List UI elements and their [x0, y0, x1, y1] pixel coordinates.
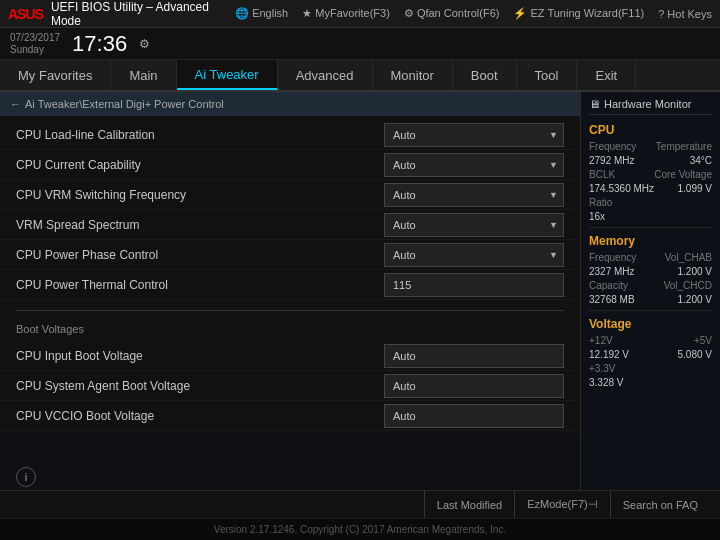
- cpu-input-boot-input[interactable]: [384, 344, 564, 368]
- setting-cpu-vccio-boot: CPU VCCIO Boot Voltage: [0, 401, 580, 431]
- hw-divider-1: [589, 227, 712, 228]
- hw-mem-capacity-row: Capacity Vol_CHCD: [589, 280, 712, 291]
- hw-cpu-freq-value: 2792 MHz: [589, 155, 635, 166]
- hw-v12-val-row: 12.192 V 5.080 V: [589, 349, 712, 360]
- footer-text: Version 2.17.1246. Copyright (C) 2017 Am…: [214, 524, 506, 535]
- hw-v33-value: 3.328 V: [589, 377, 623, 388]
- main-navigation: My Favorites Main Ai Tweaker Advanced Mo…: [0, 60, 720, 92]
- hw-cpu-temp-label: Temperature: [656, 141, 712, 152]
- hw-cpu-title: CPU: [589, 123, 712, 137]
- cpu-power-phase-label: CPU Power Phase Control: [16, 248, 384, 262]
- cpu-power-thermal-label: CPU Power Thermal Control: [16, 278, 384, 292]
- nav-exit[interactable]: Exit: [577, 60, 636, 90]
- setting-cpu-system-agent-boot: CPU System Agent Boot Voltage: [0, 371, 580, 401]
- monitor-icon: 🖥: [589, 98, 600, 110]
- footer: Version 2.17.1246. Copyright (C) 2017 Am…: [0, 518, 720, 540]
- hw-v33-label: +3.3V: [589, 363, 615, 374]
- cpu-vccio-boot-input[interactable]: [384, 404, 564, 428]
- hw-divider-2: [589, 310, 712, 311]
- settings-gear-icon[interactable]: ⚙: [139, 37, 150, 51]
- bottom-info-area: i: [0, 435, 580, 490]
- hw-v5-value: 5.080 V: [678, 349, 712, 360]
- content-area: ← Ai Tweaker\External Digi+ Power Contro…: [0, 92, 720, 490]
- hw-mem-capacity-val-row: 32768 MB 1.200 V: [589, 294, 712, 305]
- cpu-vrm-switching-label: CPU VRM Switching Frequency: [16, 188, 384, 202]
- hardware-monitor-panel: 🖥 Hardware Monitor CPU Frequency Tempera…: [580, 92, 720, 490]
- setting-cpu-power-phase: CPU Power Phase Control Auto: [0, 240, 580, 270]
- section-divider-1: [16, 310, 564, 311]
- nav-advanced[interactable]: Advanced: [278, 60, 373, 90]
- nav-main[interactable]: Main: [111, 60, 176, 90]
- search-faq-btn[interactable]: Search on FAQ: [610, 491, 710, 518]
- bottom-status-bar: Last Modified EzMode(F7)⊣ Search on FAQ: [0, 490, 720, 518]
- hot-keys-btn[interactable]: ? Hot Keys: [658, 8, 712, 20]
- ez-mode-btn[interactable]: EzMode(F7)⊣: [514, 491, 610, 518]
- cpu-input-boot-label: CPU Input Boot Voltage: [16, 349, 384, 363]
- setting-vrm-spread: VRM Spread Spectrum Auto: [0, 210, 580, 240]
- nav-my-favorites[interactable]: My Favorites: [0, 60, 111, 90]
- vrm-spread-label: VRM Spread Spectrum: [16, 218, 384, 232]
- cpu-power-thermal-input[interactable]: [384, 273, 564, 297]
- language-selector[interactable]: 🌐 🌐 EnglishEnglish: [235, 7, 288, 20]
- cpu-load-line-select[interactable]: Auto: [384, 123, 564, 147]
- cpu-power-phase-select[interactable]: Auto: [384, 243, 564, 267]
- bios-title: UEFI BIOS Utility – Advanced Mode: [51, 0, 235, 28]
- hw-v12-label: +12V: [589, 335, 613, 346]
- last-modified-btn[interactable]: Last Modified: [424, 491, 514, 518]
- breadcrumb-arrow-icon[interactable]: ←: [10, 98, 21, 110]
- hw-cpu-freq-row: Frequency Temperature: [589, 141, 712, 152]
- nav-ai-tweaker[interactable]: Ai Tweaker: [177, 60, 278, 90]
- hw-core-voltage-value: 1.099 V: [678, 183, 712, 194]
- cpu-current-capability-label: CPU Current Capability: [16, 158, 384, 172]
- hw-mem-freq-val-row: 2327 MHz 1.200 V: [589, 266, 712, 277]
- setting-cpu-input-boot: CPU Input Boot Voltage: [0, 341, 580, 371]
- breadcrumb-text: Ai Tweaker\External Digi+ Power Control: [25, 98, 224, 110]
- vrm-spread-control[interactable]: Auto: [384, 213, 564, 237]
- hw-bclk-value: 174.5360 MHz: [589, 183, 654, 194]
- hw-core-voltage-label: Core Voltage: [654, 169, 712, 180]
- cpu-vrm-switching-select[interactable]: Auto: [384, 183, 564, 207]
- day-value: Sunday: [10, 44, 60, 56]
- cpu-power-phase-control[interactable]: Auto: [384, 243, 564, 267]
- asus-logo: ASUS: [8, 6, 43, 22]
- hw-mem-freq-label: Frequency: [589, 252, 636, 263]
- hw-cpu-ratio-row: Ratio: [589, 197, 712, 208]
- nav-monitor[interactable]: Monitor: [373, 60, 453, 90]
- setting-cpu-vrm-switching: CPU VRM Switching Frequency Auto: [0, 180, 580, 210]
- nav-tool[interactable]: Tool: [517, 60, 578, 90]
- cpu-load-line-control[interactable]: Auto: [384, 123, 564, 147]
- hw-cpu-bclk-val-row: 174.5360 MHz 1.099 V: [589, 183, 712, 194]
- hw-v33-val-row: 3.328 V: [589, 377, 712, 388]
- hw-v12-row: +12V +5V: [589, 335, 712, 346]
- header-bar: ASUS UEFI BIOS Utility – Advanced Mode 🌐…: [0, 0, 720, 28]
- hw-capacity-label: Capacity: [589, 280, 628, 291]
- date-display: 07/23/2017 Sunday: [10, 32, 60, 56]
- top-bar-utilities: 🌐 🌐 EnglishEnglish ★ MyFavorite(F3) ⚙ Qf…: [235, 7, 712, 20]
- hw-cpu-temp-value: 34°C: [690, 155, 712, 166]
- hw-monitor-title: Hardware Monitor: [604, 98, 691, 110]
- cpu-current-capability-control[interactable]: Auto: [384, 153, 564, 177]
- cpu-vrm-switching-control[interactable]: Auto: [384, 183, 564, 207]
- qfan-control-btn[interactable]: ⚙ Qfan Control(F6): [404, 7, 500, 20]
- hw-ratio-label: Ratio: [589, 197, 612, 208]
- hw-capacity-value: 32768 MB: [589, 294, 635, 305]
- hw-cpu-ratio-val-row: 16x: [589, 211, 712, 222]
- vrm-spread-select[interactable]: Auto: [384, 213, 564, 237]
- nav-boot[interactable]: Boot: [453, 60, 517, 90]
- hw-v12-value: 12.192 V: [589, 349, 629, 360]
- hw-voltage-title: Voltage: [589, 317, 712, 331]
- main-settings-section: CPU Load-line Calibration Auto CPU Curre…: [0, 116, 580, 304]
- settings-panel: ← Ai Tweaker\External Digi+ Power Contro…: [0, 92, 580, 490]
- setting-cpu-load-line: CPU Load-line Calibration Auto: [0, 120, 580, 150]
- ez-tuning-btn[interactable]: ⚡ EZ Tuning Wizard(F11): [513, 7, 644, 20]
- setting-cpu-current-capability: CPU Current Capability Auto: [0, 150, 580, 180]
- info-icon-button[interactable]: i: [16, 467, 36, 487]
- my-favorite-btn[interactable]: ★ MyFavorite(F3): [302, 7, 390, 20]
- time-display: 17:36: [72, 31, 127, 57]
- cpu-current-capability-select[interactable]: Auto: [384, 153, 564, 177]
- datetime-bar: 07/23/2017 Sunday 17:36 ⚙: [0, 28, 720, 60]
- cpu-system-agent-boot-input[interactable]: [384, 374, 564, 398]
- hw-vol-chab-value: 1.200 V: [678, 266, 712, 277]
- setting-cpu-power-thermal: CPU Power Thermal Control: [0, 270, 580, 300]
- cpu-load-line-label: CPU Load-line Calibration: [16, 128, 384, 142]
